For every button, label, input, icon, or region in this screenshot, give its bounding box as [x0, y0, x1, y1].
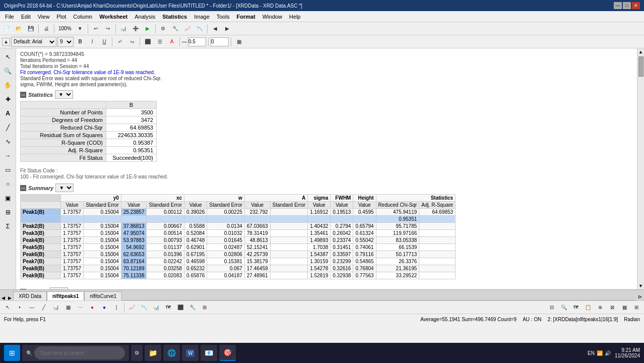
color-input[interactable] [211, 37, 229, 46]
close-button[interactable]: ✕ [632, 2, 640, 9]
bt-right5[interactable]: ⊕ [595, 302, 606, 313]
line-width-input[interactable] [188, 37, 206, 46]
fill-pattern[interactable]: ▦ [233, 36, 244, 47]
menu-item-tools[interactable]: Tools [214, 13, 233, 21]
text-tool[interactable]: A [2, 107, 15, 120]
menu-item-file[interactable]: File [2, 13, 17, 21]
line-tool[interactable]: ╱ [2, 121, 15, 134]
bt-tool5[interactable]: | [111, 302, 122, 313]
lang-icon[interactable]: EN [588, 350, 595, 356]
maximize-button[interactable]: □ [623, 2, 631, 9]
bt-chart1[interactable]: 📈 [126, 302, 138, 313]
data-tool[interactable]: ⊞ [2, 206, 15, 219]
circle-tool[interactable]: ○ [2, 177, 15, 191]
save-button[interactable]: 💾 [25, 23, 36, 34]
print-button[interactable]: 🖨 [41, 23, 52, 34]
add-button[interactable]: ➕ [130, 23, 141, 34]
minimize-button[interactable]: — [614, 2, 622, 9]
content-area[interactable]: COUNT(*) = 9.38723394845 Iterations Perf… [16, 48, 637, 289]
graph-button[interactable]: 📊 [118, 23, 129, 34]
bold-button[interactable]: B [75, 36, 86, 47]
curve-tool[interactable]: ∿ [2, 135, 15, 148]
explorer-button[interactable]: 📁 [145, 345, 161, 361]
menu-item-analysis[interactable]: Analysis [132, 13, 158, 21]
anova-dropdown[interactable]: ▼ [50, 287, 68, 289]
menu-item-view[interactable]: View [35, 13, 53, 21]
bt-right2[interactable]: 🔍 [558, 302, 569, 313]
nav-right[interactable]: ▶ [222, 23, 233, 34]
zoom-dropdown[interactable]: ▼ [75, 23, 86, 34]
bt-chart4[interactable]: 🗺 [163, 302, 174, 313]
bt-right3[interactable]: 🗺 [570, 302, 582, 313]
tool-btn-1[interactable]: ⚙ [158, 23, 169, 34]
superscript-button[interactable]: x² [114, 36, 125, 47]
menu-item-window[interactable]: Window [260, 13, 285, 21]
summary-collapse-btn[interactable]: — [20, 185, 26, 191]
menu-item-statistics[interactable]: Statistics [159, 13, 190, 21]
bt-chart6[interactable]: 🔧 [187, 302, 198, 313]
search-taskbar-button[interactable]: 🔍 [22, 345, 129, 361]
bt-right8[interactable]: ⊞ [631, 302, 642, 313]
font-color[interactable]: A [166, 36, 177, 47]
anova-collapse-btn[interactable]: — [20, 289, 26, 290]
menu-item-edit[interactable]: Edit [18, 13, 34, 21]
menu-item-image[interactable]: Image [191, 13, 213, 21]
origin-taskbar-button[interactable]: 🎯 [219, 345, 236, 361]
menu-item-column[interactable]: Column [70, 13, 95, 21]
bt-chart5[interactable]: ⬛ [175, 302, 186, 313]
menu-item-format[interactable]: Format [233, 13, 258, 21]
taskbar-search-input[interactable] [34, 346, 125, 359]
bt-scatter[interactable]: ⋯ [75, 302, 86, 313]
bt-dash[interactable]: — [26, 302, 37, 313]
pan-tool[interactable]: ✋ [2, 79, 15, 92]
start-button[interactable]: ⊞ [4, 345, 20, 361]
summary-dropdown[interactable]: ▼ [55, 184, 74, 192]
bt-area[interactable]: ▦ [62, 302, 74, 313]
font-select[interactable]: Default: Arial [11, 37, 56, 47]
bt-line[interactable]: ╱ [38, 302, 49, 313]
tab-nlfitpeaks1[interactable]: nlfitpeaks1 [47, 291, 84, 300]
tool-btn-4[interactable]: 📉 [194, 23, 205, 34]
bt-right4[interactable]: 📋 [583, 302, 594, 313]
new-button[interactable]: 📄 [1, 23, 12, 34]
rect-tool[interactable]: ▭ [2, 163, 15, 176]
vertical-scrollbar[interactable]: ▲ ▼ [637, 48, 644, 289]
tab-nlfitscurve1[interactable]: nlfitsCurve1 [84, 291, 122, 300]
bt-tool1[interactable]: • [14, 302, 25, 313]
statistics-collapse-btn[interactable]: — [20, 92, 26, 98]
nav-left[interactable]: ◀ [210, 23, 221, 34]
browser-button[interactable]: 🌐 [163, 345, 180, 361]
tab-xrd-data[interactable]: XRD Data [13, 291, 47, 300]
undo-button[interactable]: ↩ [90, 23, 101, 34]
mail-button[interactable]: 📧 [201, 345, 217, 361]
menu-item-worksheet[interactable]: Worksheet [96, 13, 131, 21]
cross-tool[interactable]: ✚ [2, 93, 15, 106]
tool-btn-2[interactable]: 🔧 [170, 23, 181, 34]
bt-right1[interactable]: ⊟ [546, 302, 557, 313]
zoom-tool[interactable]: 🔍 [2, 65, 15, 78]
italic-button[interactable]: I [87, 36, 98, 47]
subscript-button[interactable]: x₂ [126, 36, 138, 47]
bt-pointer[interactable]: ↖ [2, 302, 13, 313]
taskview-button[interactable]: ⧉ [131, 345, 143, 361]
bt-chart2[interactable]: 📉 [139, 302, 150, 313]
redo-button[interactable]: ↪ [102, 23, 113, 34]
bt-bar[interactable]: 📊 [50, 302, 61, 313]
tool-btn-3[interactable]: 📈 [182, 23, 193, 34]
underline-button[interactable]: U [99, 36, 110, 47]
bt-chart7[interactable]: ⊞ [199, 302, 210, 313]
bt-right6[interactable]: ⊠ [607, 302, 618, 313]
scroll-up[interactable]: ▲ [637, 48, 644, 55]
align-center[interactable]: ☰ [154, 36, 165, 47]
run-button[interactable]: ▶ [142, 23, 153, 34]
font-size-select[interactable]: 9 [57, 37, 74, 47]
open-button[interactable]: 📂 [13, 23, 24, 34]
tab-scroll-end[interactable]: ⊳ [636, 293, 644, 300]
pointer-tool[interactable]: ↖ [2, 50, 15, 64]
tab-nav-right[interactable]: ▶ [7, 295, 13, 300]
menu-item-plot[interactable]: Plot [53, 13, 69, 21]
format-tool-1[interactable]: ▲ [2, 38, 10, 46]
arrow-tool[interactable]: → [2, 149, 15, 162]
bt-right7[interactable]: ▦ [619, 302, 630, 313]
align-left[interactable]: ⬛ [142, 36, 153, 47]
